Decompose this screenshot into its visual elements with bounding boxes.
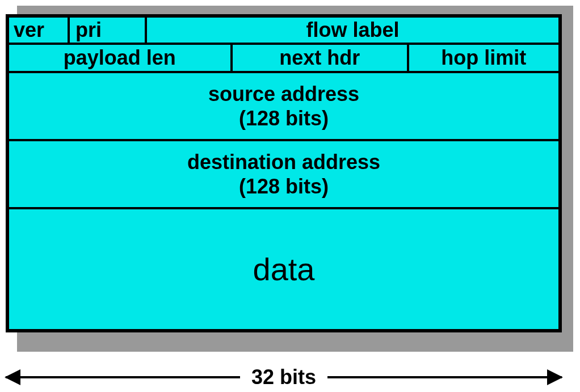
source-address-line2: (128 bits) [239,106,329,130]
next-header-label: next hdr [279,46,360,70]
data-label: data [253,250,315,288]
header-row-2: payload len next hdr hop limit [8,44,560,72]
destination-address-line1: destination address [187,150,380,174]
priority-field: pri [69,16,146,44]
source-address-field: source address (128 bits) [8,72,560,140]
source-address-line1: source address [208,82,359,106]
payload-length-label: payload len [64,46,176,70]
width-label: 32 bits [240,365,327,389]
destination-address-line2: (128 bits) [239,174,329,199]
width-indicator: 32 bits [6,363,562,391]
payload-length-field: payload len [8,44,232,72]
packet-structure: ver pri flow label payload len next hdr … [6,14,562,332]
next-header-field: next hdr [232,44,408,72]
flow-label-field: flow label [146,16,560,44]
arrow-right-icon [547,369,563,385]
version-field: ver [8,16,69,44]
destination-address-field: destination address (128 bits) [8,140,560,208]
priority-label: pri [75,18,102,42]
hop-limit-field: hop limit [408,44,560,72]
header-row-1: ver pri flow label [8,16,560,44]
data-field: data [8,208,560,330]
version-label: ver [14,18,44,42]
arrow-left-icon [5,369,20,385]
hop-limit-label: hop limit [441,46,526,70]
ipv6-header-diagram: ver pri flow label payload len next hdr … [0,0,580,392]
flow-label-text: flow label [306,18,399,42]
